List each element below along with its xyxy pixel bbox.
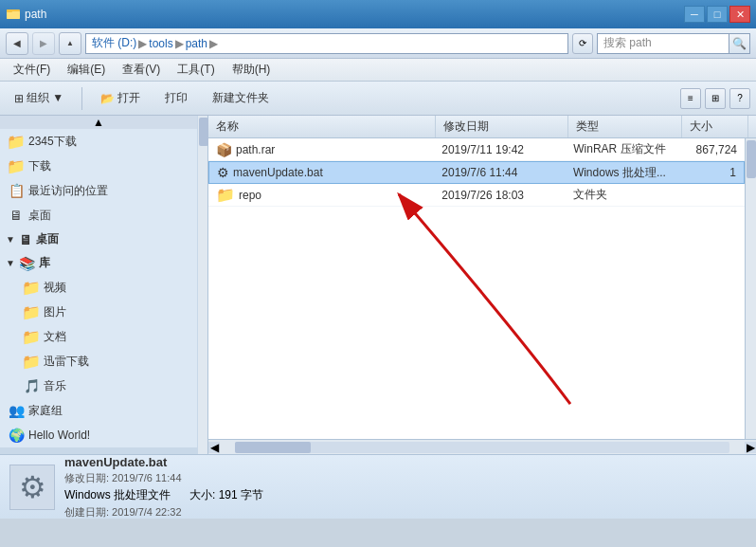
status-modify-date: 修改日期: 2019/7/6 11:44 (64, 471, 263, 485)
organize-label: 组织 ▼ (27, 90, 63, 106)
file-type-bat: Windows 批处理... (566, 165, 678, 181)
folder-icon: 📁 (23, 353, 40, 370)
sidebar-section-desktop[interactable]: ▼ 🖥 桌面 (0, 228, 197, 251)
open-button[interactable]: 📂 打开 (92, 86, 149, 110)
sidebar-label-download: 下载 (28, 158, 51, 174)
maximize-button[interactable]: □ (707, 6, 728, 23)
recent-icon: 📋 (8, 182, 25, 199)
file-name-rar: 📦 path.rar (208, 142, 434, 157)
menu-edit[interactable]: 编辑(E) (60, 60, 113, 80)
menu-view[interactable]: 查看(V) (115, 60, 168, 80)
horizontal-scrollbar-area: ◀ ▶ (208, 439, 756, 454)
view-list-button[interactable]: ≡ (680, 88, 701, 109)
column-header-date[interactable]: 修改日期 (436, 116, 568, 137)
open-label: 打开 (117, 90, 140, 106)
menu-bar: 文件(F) 编辑(E) 查看(V) 工具(T) 帮助(H) (0, 59, 756, 82)
status-file-icon: ⚙ (9, 465, 55, 510)
sidebar: ▲ 📁 2345下载 📁 下载 📋 最近访问的位置 🖥 桌面 ▼ 🖥 (0, 116, 197, 454)
library-expand-icon: ▼ (6, 258, 15, 268)
address-bar: ◀ ▶ ▲ 软件 (D:) ▶ tools ▶ path ▶ ⟳ 搜索 path… (0, 28, 756, 59)
title-controls: ─ □ ✕ (684, 6, 750, 23)
hscroll-left-btn[interactable]: ◀ (208, 442, 220, 453)
sidebar-item-desktop1[interactable]: 🖥 桌面 (0, 203, 197, 228)
vertical-scrollbar[interactable] (745, 138, 756, 439)
computer-icon: 💻 (8, 451, 25, 454)
sidebar-section-library[interactable]: ▼ 📚 库 (0, 251, 197, 275)
close-button[interactable]: ✕ (729, 6, 750, 23)
file-row-rar[interactable]: 📦 path.rar 2019/7/11 19:42 WinRAR 压缩文件 8… (208, 138, 745, 161)
sidebar-item-video[interactable]: 📁 视频 (0, 275, 197, 300)
file-type-repo: 文件夹 (566, 187, 678, 203)
menu-tools[interactable]: 工具(T) (170, 60, 222, 80)
sidebar-label-desktop1: 桌面 (28, 208, 51, 224)
desktop-icon: 🖥 (8, 207, 25, 224)
folder-icon: 📁 (216, 186, 235, 204)
sidebar-item-computer[interactable]: 💻 计算机 (0, 447, 197, 454)
sidebar-label-computer: 计算机 (28, 452, 63, 455)
desktop-section-icon: 🖥 (19, 232, 32, 247)
print-button[interactable]: 打印 (156, 86, 196, 110)
view-toggle-button[interactable]: ⊞ (705, 88, 726, 109)
gear-icon: ⚙ (19, 469, 46, 505)
hscroll-track[interactable] (235, 442, 729, 453)
hscroll-thumb (235, 442, 311, 453)
organize-button[interactable]: ⊞ 组织 ▼ (6, 86, 72, 110)
column-header-type[interactable]: 类型 (568, 116, 682, 137)
section-expand-icon: ▼ (6, 234, 15, 245)
organize-icon: ⊞ (14, 92, 24, 105)
status-create-date: 创建日期: 2019/7/4 22:32 (64, 505, 263, 520)
column-header-name[interactable]: 名称 (208, 116, 436, 137)
sidebar-item-music[interactable]: 🎵 音乐 (0, 374, 197, 398)
new-folder-label: 新建文件夹 (212, 90, 269, 106)
menu-file[interactable]: 文件(F) (6, 60, 58, 80)
status-info: mavenUpdate.bat 修改日期: 2019/7/6 11:44 Win… (64, 455, 263, 520)
file-row-bat[interactable]: ⚙ mavenUpdate.bat 2019/7/6 11:44 Windows… (208, 161, 745, 184)
file-date-bat: 2019/7/6 11:44 (434, 166, 566, 179)
sidebar-scrollbar-thumb (199, 118, 208, 146)
address-path[interactable]: 软件 (D:) ▶ tools ▶ path ▶ (85, 33, 568, 54)
search-input[interactable]: 搜索 path (597, 33, 729, 54)
sidebar-item-xunlei[interactable]: 📁 迅雷下载 (0, 349, 197, 374)
sidebar-label-homegroup: 家庭组 (28, 403, 63, 419)
search-button[interactable]: 🔍 (729, 33, 750, 54)
file-date-rar: 2019/7/11 19:42 (434, 143, 566, 156)
minimize-button[interactable]: ─ (684, 6, 705, 23)
sidebar-scroll-up[interactable]: ▲ (0, 116, 197, 129)
path-tools: tools (149, 37, 172, 50)
sidebar-item-download[interactable]: 📁 下载 (0, 154, 197, 178)
sidebar-item-helloworld[interactable]: 🌍 Hello World! (0, 423, 197, 447)
sidebar-item-pictures[interactable]: 📁 图片 (0, 300, 197, 324)
rar-icon: 📦 (216, 142, 232, 157)
toolbar: ⊞ 组织 ▼ 📂 打开 打印 新建文件夹 ≡ ⊞ ? (0, 82, 756, 116)
toolbar-right: ≡ ⊞ ? (680, 88, 750, 109)
sidebar-label-2345: 2345下载 (28, 134, 77, 150)
svg-rect-1 (7, 11, 20, 19)
column-header-size[interactable]: 大小 (682, 116, 748, 137)
status-filename: mavenUpdate.bat (64, 455, 263, 469)
new-folder-button[interactable]: 新建文件夹 (204, 86, 278, 110)
sidebar-item-homegroup[interactable]: 👥 家庭组 (0, 398, 197, 423)
help-icon: ? (737, 93, 743, 103)
sidebar-item-2345[interactable]: 📁 2345下载 (0, 129, 197, 154)
sidebar-vscrollbar[interactable] (197, 116, 207, 454)
help-button[interactable]: ? (729, 88, 750, 109)
sidebar-item-recent[interactable]: 📋 最近访问的位置 (0, 178, 197, 203)
library-icon: 📚 (19, 256, 35, 271)
file-row-repo[interactable]: 📁 repo 2019/7/26 18:03 文件夹 (208, 184, 745, 207)
hscroll-right-btn[interactable]: ▶ (745, 442, 756, 453)
file-list-content: 📦 path.rar 2019/7/11 19:42 WinRAR 压缩文件 8… (208, 138, 745, 439)
up-button[interactable]: ▲ (59, 32, 81, 55)
forward-button[interactable]: ▶ (32, 32, 55, 55)
back-button[interactable]: ◀ (6, 32, 28, 55)
refresh-button[interactable]: ⟳ (572, 33, 593, 54)
sidebar-item-docs[interactable]: 📁 文档 (0, 324, 197, 349)
status-size: 大小: 191 字节 (189, 487, 263, 503)
file-name-repo: 📁 repo (208, 186, 434, 204)
status-detail-row: Windows 批处理文件 大小: 191 字节 (64, 487, 263, 503)
menu-help[interactable]: 帮助(H) (225, 60, 279, 80)
sidebar-label-recent: 最近访问的位置 (28, 183, 108, 199)
sidebar-label-desktop2: 桌面 (36, 231, 59, 247)
sidebar-label-pictures: 图片 (44, 304, 66, 320)
sidebar-label-video: 视频 (44, 280, 66, 296)
file-date-repo: 2019/7/26 18:03 (434, 189, 566, 202)
